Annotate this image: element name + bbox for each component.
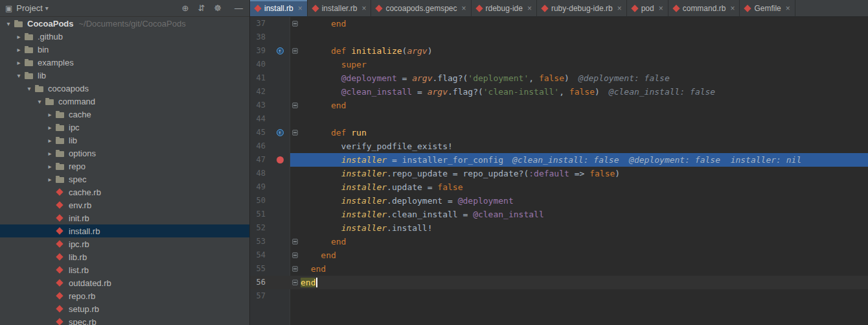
- chevron-icon[interactable]: [45, 124, 54, 131]
- project-panel-title[interactable]: Project: [16, 3, 42, 13]
- code-zone[interactable]: [290, 112, 868, 126]
- fold-marker-icon[interactable]: [292, 21, 298, 27]
- code-zone[interactable]: def run: [290, 126, 868, 139]
- editor-tab[interactable]: install.rb: [250, 0, 308, 16]
- close-tab-icon[interactable]: [298, 4, 303, 13]
- tree-row[interactable]: cocoapods: [0, 82, 249, 95]
- chevron-down-icon[interactable]: ▾: [45, 5, 49, 12]
- chevron-icon[interactable]: [14, 46, 23, 53]
- chevron-icon[interactable]: [45, 137, 54, 144]
- tree-row[interactable]: repo.rb: [0, 289, 249, 302]
- line-number[interactable]: 47: [250, 153, 269, 167]
- code-line[interactable]: 49 installer.update = false: [250, 180, 868, 194]
- settings-gear-icon[interactable]: ☸: [214, 3, 222, 13]
- code-zone[interactable]: [290, 289, 868, 303]
- code-line[interactable]: 51 installer.clean_install = @clean_inst…: [250, 208, 868, 221]
- code-line[interactable]: 52 installer.install!: [250, 221, 868, 235]
- tree-row[interactable]: ipc.rb: [0, 237, 249, 250]
- line-number[interactable]: 37: [250, 17, 269, 30]
- code-line[interactable]: 48 installer.repo_update = repo_update?(…: [250, 167, 868, 180]
- line-number[interactable]: 48: [250, 167, 269, 180]
- line-number[interactable]: 52: [250, 221, 269, 235]
- fold-marker-icon[interactable]: [292, 102, 298, 108]
- line-number[interactable]: 50: [250, 194, 269, 208]
- code-zone[interactable]: end: [290, 99, 868, 112]
- chevron-icon[interactable]: [14, 59, 23, 66]
- tree-row[interactable]: outdated.rb: [0, 276, 249, 289]
- close-tab-icon[interactable]: [617, 4, 622, 13]
- code-zone[interactable]: verify_podfile_exists!: [290, 139, 868, 153]
- code-zone[interactable]: installer.install!: [290, 221, 868, 235]
- editor-tab[interactable]: command.rb: [668, 0, 740, 16]
- line-number[interactable]: 56: [250, 276, 269, 289]
- code-line[interactable]: 37 end: [250, 17, 868, 30]
- code-line[interactable]: 40 super: [250, 58, 868, 71]
- tree-row[interactable]: lib: [0, 134, 249, 147]
- editor[interactable]: 37 end 38 39 def initialize(argv) 40 su: [250, 17, 868, 325]
- fold-column[interactable]: [290, 252, 299, 258]
- chevron-icon[interactable]: [14, 33, 23, 40]
- editor-tab[interactable]: cocoapods.gemspec: [371, 0, 471, 16]
- tree-row[interactable]: lib.rb: [0, 250, 249, 263]
- fold-column[interactable]: [290, 239, 299, 245]
- close-tab-icon[interactable]: [361, 4, 366, 13]
- tree-row[interactable]: cache: [0, 108, 249, 121]
- line-number[interactable]: 42: [250, 85, 269, 99]
- line-number[interactable]: 49: [250, 180, 269, 194]
- code-zone[interactable]: [290, 30, 868, 44]
- tree-row[interactable]: ipc: [0, 121, 249, 134]
- editor-tab[interactable]: ruby-debug-ide.rb: [537, 0, 627, 16]
- gutter-icon-cell[interactable]: [269, 156, 290, 163]
- code-line[interactable]: 43 end: [250, 99, 868, 112]
- gutter-icon-cell[interactable]: [269, 47, 290, 54]
- breakpoint-icon[interactable]: [277, 156, 284, 163]
- override-marker-icon[interactable]: [277, 47, 284, 54]
- fold-marker-icon[interactable]: [292, 48, 298, 54]
- code-line[interactable]: 45 def run: [250, 126, 868, 139]
- tree-row[interactable]: options: [0, 147, 249, 160]
- chevron-icon[interactable]: [4, 20, 13, 27]
- line-number[interactable]: 39: [250, 44, 269, 58]
- code-line[interactable]: 47 installer = installer_for_config@clea…: [250, 153, 868, 167]
- code-line[interactable]: 39 def initialize(argv): [250, 44, 868, 58]
- fold-marker-icon[interactable]: [292, 266, 298, 272]
- tree-row[interactable]: repo: [0, 160, 249, 173]
- tree-row[interactable]: init.rb: [0, 211, 249, 224]
- tree-row[interactable]: spec: [0, 173, 249, 186]
- line-number[interactable]: 51: [250, 208, 269, 221]
- tree-row[interactable]: .github: [0, 30, 249, 43]
- code-line[interactable]: 50 installer.deployment = @deployment: [250, 194, 868, 208]
- code-zone[interactable]: def initialize(argv): [290, 44, 868, 58]
- tree-row[interactable]: examples: [0, 56, 249, 69]
- line-number[interactable]: 53: [250, 235, 269, 248]
- line-number[interactable]: 38: [250, 30, 269, 44]
- code-zone[interactable]: installer.deployment = @deployment: [290, 194, 868, 208]
- code-zone[interactable]: installer.clean_install = @clean_install: [290, 208, 868, 221]
- close-tab-icon[interactable]: [659, 4, 663, 13]
- code-line[interactable]: 46 verify_podfile_exists!: [250, 139, 868, 153]
- chevron-icon[interactable]: [45, 163, 54, 170]
- chevron-icon[interactable]: [35, 98, 44, 105]
- close-tab-icon[interactable]: [730, 4, 735, 13]
- line-number[interactable]: 44: [250, 112, 269, 126]
- code-zone[interactable]: end: [290, 276, 868, 289]
- code-zone[interactable]: installer = installer_for_config@clean_i…: [290, 153, 868, 167]
- line-number[interactable]: 55: [250, 262, 269, 276]
- code-zone[interactable]: end: [290, 235, 868, 248]
- chevron-icon[interactable]: [25, 85, 34, 92]
- tree-row[interactable]: CocoaPods ~/Documents/git/CocoaPods: [0, 17, 249, 30]
- chevron-icon[interactable]: [45, 176, 54, 183]
- tree-row[interactable]: env.rb: [0, 199, 249, 211]
- override-marker-icon[interactable]: [277, 129, 284, 136]
- hide-panel-icon[interactable]: —: [234, 3, 243, 13]
- fold-column[interactable]: [290, 21, 299, 27]
- code-line[interactable]: 54 end: [250, 248, 868, 262]
- line-number[interactable]: 45: [250, 126, 269, 139]
- tree-row[interactable]: bin: [0, 43, 249, 56]
- line-number[interactable]: 43: [250, 99, 269, 112]
- fold-column[interactable]: [290, 48, 299, 54]
- code-zone[interactable]: installer.update = false: [290, 180, 868, 194]
- tree-row[interactable]: cache.rb: [0, 186, 249, 199]
- line-number[interactable]: 54: [250, 248, 269, 262]
- tree-row[interactable]: spec.rb: [0, 315, 249, 325]
